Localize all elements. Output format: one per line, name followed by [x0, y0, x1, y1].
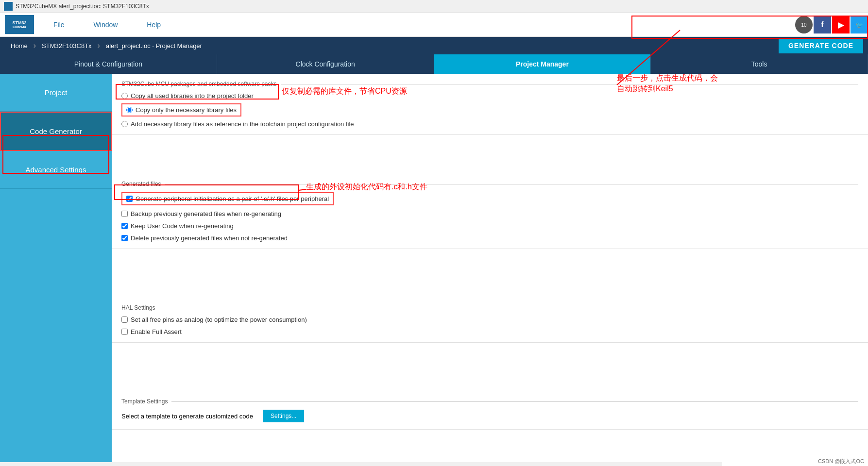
radio-copy-all-input[interactable] — [121, 93, 128, 99]
checkbox-peripheral-highlight[interactable]: Generate peripheral initialization as a … — [121, 192, 334, 205]
sidebar: Project Code Generator Advanced Settings — [0, 74, 112, 462]
tab-clock[interactable]: Clock Configuration — [217, 54, 434, 74]
checkbox-analog-pins-input[interactable] — [121, 316, 128, 323]
menu-help[interactable]: Help — [132, 18, 175, 32]
radio-copy-necessary[interactable]: Copy only the necessary library files — [121, 103, 858, 116]
tab-pinout[interactable]: Pinout & Configuration — [0, 54, 217, 74]
spacer1 — [112, 135, 868, 174]
generated-files-checkboxes: Generate peripheral initialization as a … — [121, 192, 858, 242]
tab-bar: Pinout & Configuration Clock Configurati… — [0, 54, 868, 74]
checkbox-backup-input[interactable] — [121, 211, 128, 217]
title-bar: STM32CubeMX alert_project.ioc: STM32F103… — [0, 0, 868, 13]
breadcrumb: Home › STM32F103C8Tx › alert_project.ioc… — [0, 37, 868, 54]
generated-files-title: Generated files — [121, 181, 858, 187]
checkbox-keep-user-code-label: Keep User Code when re-generating — [131, 222, 234, 230]
hal-settings-title: HAL Settings — [121, 304, 858, 311]
mcu-packages-title: STM32Cube MCU packages and embedded soft… — [121, 81, 858, 87]
sidebar-item-code-generator[interactable]: Code Generator — [0, 112, 112, 151]
checkbox-analog-pins-label: Set all free pins as analog (to optimize… — [131, 316, 307, 323]
window-title: STM32CubeMX alert_project.ioc: STM32F103… — [16, 3, 149, 10]
social-icons: 10 f ▶ 🐦 — [795, 16, 868, 33]
checkbox-analog-pins[interactable]: Set all free pins as analog (to optimize… — [121, 316, 858, 323]
radio-add-reference[interactable]: Add necessary library files as reference… — [121, 120, 858, 128]
tab-tools[interactable]: Tools — [651, 54, 868, 74]
main-layout: Project Code Generator Advanced Settings… — [0, 74, 868, 462]
sidebar-item-advanced-settings[interactable]: Advanced Settings — [0, 151, 112, 189]
checkbox-delete-files[interactable]: Delete previously generated files when n… — [121, 234, 858, 242]
template-settings-section: Template Settings Select a template to g… — [112, 391, 868, 430]
radio-copy-necessary-selected[interactable]: Copy only the necessary library files — [121, 103, 241, 116]
tab-project-manager[interactable]: Project Manager — [434, 54, 651, 74]
radio-copy-all-label: Copy all used libraries into the project… — [131, 92, 254, 100]
logo-line1: STM32 — [12, 20, 26, 25]
twitter-icon[interactable]: 🐦 — [851, 16, 868, 33]
spacer3 — [112, 343, 868, 391]
mcu-packages-section: STM32Cube MCU packages and embedded soft… — [112, 74, 868, 135]
checkbox-backup[interactable]: Backup previously generated files when r… — [121, 210, 858, 217]
template-settings-desc: Select a template to generate customized… — [121, 413, 253, 420]
checkbox-delete-files-label: Delete previously generated files when n… — [131, 234, 288, 242]
checkbox-full-assert-input[interactable] — [121, 329, 128, 335]
checkbox-keep-user-code[interactable]: Keep User Code when re-generating — [121, 222, 858, 230]
radio-add-reference-input[interactable] — [121, 121, 128, 127]
checkbox-peripheral-pair[interactable]: Generate peripheral initialization as a … — [121, 192, 858, 205]
radio-copy-all[interactable]: Copy all used libraries into the project… — [121, 92, 858, 100]
settings-button[interactable]: Settings... — [263, 410, 304, 422]
checkbox-peripheral-label: Generate peripheral initialization as a … — [136, 195, 329, 202]
menu-bar: STM32 CubeMX File Window Help 10 f ▶ 🐦 — [0, 13, 868, 37]
hal-checkboxes: Set all free pins as analog (to optimize… — [121, 316, 858, 335]
checkbox-full-assert-label: Enable Full Assert — [131, 328, 182, 335]
checkbox-delete-files-input[interactable] — [121, 235, 128, 241]
checkbox-keep-user-code-input[interactable] — [121, 223, 128, 229]
spacer2 — [112, 249, 868, 298]
hal-settings-section: HAL Settings Set all free pins as analog… — [112, 298, 868, 343]
generate-code-button[interactable]: GENERATE CODE — [779, 38, 863, 53]
radio-copy-necessary-label: Copy only the necessary library files — [136, 106, 237, 114]
checkbox-full-assert[interactable]: Enable Full Assert — [121, 328, 858, 335]
template-settings-row: Select a template to generate customized… — [121, 410, 858, 422]
breadcrumb-project[interactable]: alert_project.ioc · Project Manager — [100, 39, 208, 52]
app-logo: STM32 CubeMX — [5, 15, 34, 34]
menu-window[interactable]: Window — [79, 18, 133, 32]
radio-copy-necessary-input[interactable] — [126, 107, 133, 113]
youtube-icon[interactable]: ▶ — [832, 16, 850, 33]
breadcrumb-home[interactable]: Home — [5, 39, 34, 52]
logo-line2: CubeMX — [13, 25, 26, 29]
template-settings-title: Template Settings — [121, 398, 858, 405]
app-logo-small — [4, 2, 13, 11]
facebook-icon[interactable]: f — [814, 16, 831, 33]
radio-add-reference-label: Add necessary library files as reference… — [131, 120, 354, 128]
timer-icon[interactable]: 10 — [795, 16, 813, 33]
sidebar-item-project[interactable]: Project — [0, 74, 112, 112]
content-area: STM32Cube MCU packages and embedded soft… — [112, 74, 868, 462]
generated-files-section: Generated files Generate peripheral init… — [112, 174, 868, 249]
mcu-radio-group: Copy all used libraries into the project… — [121, 92, 858, 128]
menu-file[interactable]: File — [39, 18, 79, 32]
checkbox-peripheral-input[interactable] — [126, 196, 133, 202]
checkbox-backup-label: Backup previously generated files when r… — [131, 210, 281, 217]
breadcrumb-mcu[interactable]: STM32F103C8Tx — [36, 39, 98, 52]
